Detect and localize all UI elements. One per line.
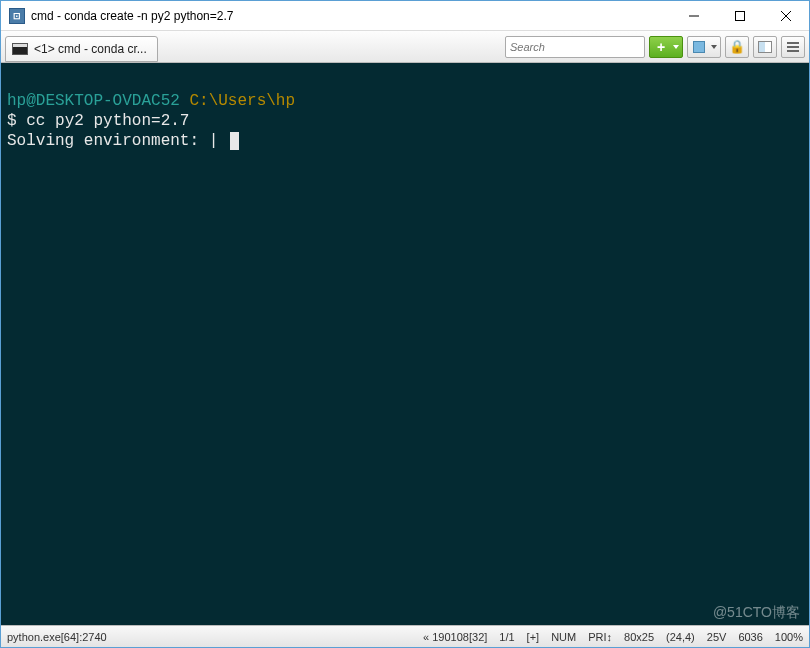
menu-button[interactable] (781, 36, 805, 58)
close-button[interactable] (763, 1, 809, 30)
status-insert: [+] (527, 631, 540, 643)
split-button[interactable] (753, 36, 777, 58)
minimize-icon (689, 11, 699, 21)
status-right: « 190108[32] 1/1 [+] NUM PRI↕ 80x25 (24,… (107, 631, 803, 643)
plus-icon: + (657, 40, 665, 54)
prompt-symbol: $ (7, 112, 17, 130)
status-date: « 190108[32] (423, 631, 487, 643)
status-count: 6036 (738, 631, 762, 643)
status-volt: 25V (707, 631, 727, 643)
prompt-path: C:\Users\hp (189, 92, 295, 110)
status-pos: (24,4) (666, 631, 695, 643)
terminal-output[interactable]: hp@DESKTOP-OVDAC52 C:\Users\hp $ cc py2 … (1, 63, 809, 625)
window-controls (671, 1, 809, 30)
split-icon (758, 41, 772, 53)
search-box[interactable] (505, 36, 645, 58)
cursor (230, 132, 239, 150)
chevron-down-icon (711, 45, 717, 49)
svg-rect-1 (736, 11, 745, 20)
menu-icon (787, 42, 799, 52)
window-icon (693, 41, 705, 53)
tab-label: <1> cmd - conda cr... (34, 42, 147, 56)
output-line: Solving environment: | (7, 132, 218, 150)
search-input[interactable] (510, 41, 649, 53)
status-zoom: 100% (775, 631, 803, 643)
status-num: NUM (551, 631, 576, 643)
command-text: cc py2 python=2.7 (26, 112, 189, 130)
prompt-user: hp@DESKTOP-OVDAC52 (7, 92, 180, 110)
console-tab[interactable]: <1> cmd - conda cr... (5, 36, 158, 62)
status-size: 80x25 (624, 631, 654, 643)
view-mode-button[interactable] (687, 36, 721, 58)
titlebar-left: ⊡ cmd - conda create -n py2 python=2.7 (1, 8, 671, 24)
minimize-button[interactable] (671, 1, 717, 30)
app-icon: ⊡ (9, 8, 25, 24)
lock-icon: 🔒 (729, 39, 745, 54)
console-icon (12, 43, 28, 55)
status-pages: 1/1 (499, 631, 514, 643)
new-console-button[interactable]: + (649, 36, 683, 58)
lock-button[interactable]: 🔒 (725, 36, 749, 58)
close-icon (781, 11, 791, 21)
maximize-icon (735, 11, 745, 21)
status-pri: PRI↕ (588, 631, 612, 643)
status-process: python.exe[64]:2740 (7, 631, 107, 643)
toolbar: <1> cmd - conda cr... + 🔒 (1, 31, 809, 63)
maximize-button[interactable] (717, 1, 763, 30)
app-window: ⊡ cmd - conda create -n py2 python=2.7 <… (0, 0, 810, 648)
statusbar: python.exe[64]:2740 « 190108[32] 1/1 [+]… (1, 625, 809, 647)
titlebar[interactable]: ⊡ cmd - conda create -n py2 python=2.7 (1, 1, 809, 31)
chevron-down-icon (673, 45, 679, 49)
window-title: cmd - conda create -n py2 python=2.7 (31, 9, 233, 23)
